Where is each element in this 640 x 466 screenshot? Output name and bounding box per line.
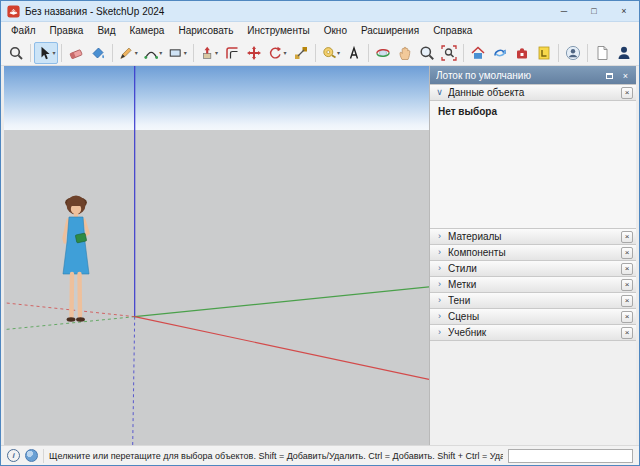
section-header-styles[interactable]: › Стили × [430,260,636,277]
shapes-tool-button[interactable]: ▾ [165,42,189,64]
section-label: Материалы [448,231,617,242]
dropdown-caret-icon[interactable]: ▾ [184,50,187,56]
tray-close-button[interactable]: × [618,68,633,83]
menu-item-extensions[interactable]: Расширения [354,22,426,40]
menu-item-edit[interactable]: Правка [43,22,91,40]
section-header-entity-info[interactable]: ∨ Данные объекта × [430,84,636,101]
text-tool-button[interactable] [343,42,365,64]
red-axis-solid [135,317,429,380]
menubar: Файл Правка Вид Камера Нарисовать Инстру… [1,22,639,40]
statusbar-separator [43,449,44,463]
menu-item-draw[interactable]: Нарисовать [171,22,240,40]
section-header-shadows[interactable]: › Тени × [430,292,636,309]
scale-figure-person[interactable] [52,194,100,334]
offset-tool-button[interactable] [221,42,243,64]
chevron-right-icon[interactable]: › [435,232,444,241]
chevron-right-icon[interactable]: › [435,296,444,305]
measurements-input[interactable] [508,449,633,463]
send-to-layout-button[interactable] [533,42,555,64]
dropdown-caret-icon[interactable]: ▾ [135,50,138,56]
section-close-button[interactable]: × [621,231,633,243]
push-pull-tool-button[interactable]: ▾ [197,42,221,64]
status-message: Щелкните или перетащите для выбора объек… [49,451,503,461]
minimize-button[interactable]: ─ [549,1,579,21]
rectangle-icon [168,45,182,61]
search-tool-button[interactable] [5,42,27,64]
share-model-button[interactable] [489,42,511,64]
toolbar-separator [315,44,316,62]
rotate-tool-button[interactable]: ▾ [265,42,289,64]
select-tool-button[interactable]: ▾ [34,42,58,64]
zoom-extents-icon [441,45,457,61]
select-arrow-icon [37,45,51,61]
dropdown-caret-icon[interactable]: ▾ [215,50,218,56]
toolbar-getting-started: ▾ ▾ [1,40,639,66]
dropdown-caret-icon[interactable]: ▾ [159,50,162,56]
dropdown-caret-icon[interactable]: ▾ [284,50,287,56]
extension-warehouse-button[interactable] [511,42,533,64]
menu-item-help[interactable]: Справка [426,22,479,40]
dropdown-caret-icon[interactable]: ▾ [52,50,55,56]
move-tool-button[interactable] [243,42,265,64]
3d-warehouse-button[interactable] [467,42,489,64]
menu-item-window[interactable]: Окно [317,22,354,40]
toolbar-separator [558,44,559,62]
window-controls: ─ □ × [549,1,639,21]
menu-item-file[interactable]: Файл [4,22,43,40]
toolbar-separator [61,44,62,62]
scale-tool-button[interactable] [290,42,312,64]
section-label: Компоненты [448,247,617,258]
section-close-button[interactable]: × [621,279,633,291]
chevron-right-icon[interactable]: › [435,328,444,337]
info-icon[interactable]: i [7,449,20,462]
chevron-right-icon[interactable]: › [435,264,444,273]
chevron-down-icon[interactable]: ∨ [435,88,444,97]
section-close-button[interactable]: × [621,263,633,275]
titlebar[interactable]: Без названия - SketchUp 2024 ─ □ × [1,1,639,22]
account-button[interactable] [613,42,635,64]
tape-measure-tool-button[interactable]: ▾ [319,42,343,64]
section-close-button[interactable]: × [621,247,633,259]
sketchup-window: Без названия - SketchUp 2024 ─ □ × Файл … [0,0,640,466]
share-model-icon [492,45,508,61]
section-close-button[interactable]: × [621,87,633,99]
geolocation-icon[interactable] [25,449,38,462]
toolbar-separator [30,44,31,62]
section-close-button[interactable]: × [621,295,633,307]
tray-empty-area [430,341,636,445]
zoom-tool-button[interactable] [416,42,438,64]
paint-bucket-tool-button[interactable] [87,42,109,64]
section-header-tags[interactable]: › Метки × [430,276,636,293]
new-document-button[interactable] [591,42,613,64]
account-person-icon [616,45,632,61]
section-header-scenes[interactable]: › Сцены × [430,308,636,325]
default-tray: Лоток по умолчанию × ∨ Данные объекта × … [429,66,636,445]
maximize-button[interactable]: □ [579,1,609,21]
menu-item-tools[interactable]: Инструменты [240,22,316,40]
arc-icon [144,45,158,61]
section-header-instructor[interactable]: › Учебник × [430,324,636,341]
dropdown-caret-icon[interactable]: ▾ [337,50,340,56]
section-close-button[interactable]: × [621,311,633,323]
tray-dock-button[interactable] [602,68,617,83]
close-button[interactable]: × [609,1,639,21]
modeling-viewport[interactable] [4,66,429,445]
menu-item-camera[interactable]: Камера [122,22,171,40]
chevron-right-icon[interactable]: › [435,312,444,321]
sign-in-button[interactable] [562,42,584,64]
menu-item-view[interactable]: Вид [90,22,122,40]
zoom-extents-tool-button[interactable] [438,42,460,64]
pan-tool-button[interactable] [394,42,416,64]
chevron-right-icon[interactable]: › [435,248,444,257]
offset-icon [224,45,240,61]
arc-tool-button[interactable]: ▾ [141,42,165,64]
section-header-materials[interactable]: › Материалы × [430,228,636,245]
eraser-tool-button[interactable] [65,42,87,64]
sign-in-avatar-icon [565,45,581,61]
chevron-right-icon[interactable]: › [435,280,444,289]
line-tool-button[interactable]: ▾ [116,42,140,64]
orbit-tool-button[interactable] [372,42,394,64]
section-close-button[interactable]: × [621,327,633,339]
section-header-components[interactable]: › Компоненты × [430,244,636,261]
main-area: Лоток по умолчанию × ∨ Данные объекта × … [1,66,639,445]
